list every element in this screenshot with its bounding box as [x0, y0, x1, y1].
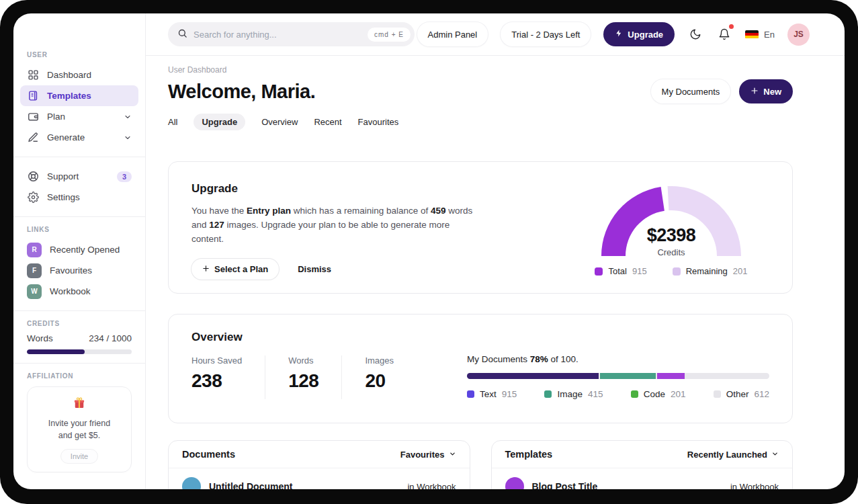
templates-card: Templates Recently Launched Blog Post Ti…	[491, 440, 793, 489]
trial-status-badge[interactable]: Trial - 2 Days Left	[501, 22, 591, 46]
legend-value: 915	[632, 266, 647, 276]
tab-all[interactable]: All	[168, 114, 177, 130]
sidebar-link-label: Recently Opened	[50, 245, 120, 255]
affiliation-card: Invite your friend and get $5. Invite	[27, 386, 132, 472]
sidebar-link-workbook[interactable]: W Workbook	[20, 281, 138, 302]
admin-panel-button[interactable]: Admin Panel	[417, 22, 488, 46]
invite-button[interactable]: Invite	[60, 449, 98, 464]
sidebar-item-label: Templates	[47, 91, 91, 101]
legend-item-image: Image 415	[544, 389, 603, 399]
credits-words-label: Words	[27, 333, 53, 343]
legend-swatch	[673, 267, 681, 276]
sidebar-item-templates[interactable]: Templates	[20, 85, 138, 106]
tab-upgrade[interactable]: Upgrade	[194, 114, 245, 130]
chevron-down-icon	[124, 134, 132, 142]
template-location: in Workbook	[730, 482, 779, 490]
chevron-down-icon	[449, 450, 456, 460]
divider	[13, 363, 145, 364]
filter-tabs: All Upgrade Overview Recent Favourites	[168, 113, 793, 130]
sidebar-link-recently-opened[interactable]: R Recently Opened	[20, 239, 138, 260]
documents-filter-dropdown[interactable]: Favourites	[400, 450, 456, 460]
pencil-icon	[27, 132, 39, 144]
notification-dot	[729, 24, 734, 29]
page-content: User Dashboard Welcome, Maria. My Docume…	[146, 56, 845, 489]
documents-card-title: Documents	[182, 449, 235, 460]
dashboard-grid-icon	[27, 69, 39, 81]
letter-avatar: F	[27, 263, 42, 278]
search-icon	[177, 28, 187, 41]
dark-mode-moon-icon[interactable]	[687, 26, 703, 42]
legend-swatch	[631, 390, 638, 398]
dismiss-button[interactable]: Dismiss	[298, 264, 331, 274]
sidebar-item-label: Dashboard	[47, 70, 91, 80]
sidebar: USER Dashboard Templates Plan	[13, 13, 146, 489]
sidebar-item-plan[interactable]: Plan	[20, 106, 138, 127]
page-title: Welcome, Maria.	[168, 81, 315, 103]
upgrade-card: Upgrade You have the Entry plan which ha…	[168, 161, 793, 294]
document-location: in Workbook	[407, 482, 456, 490]
usage-segment-text	[467, 373, 599, 379]
gauge-value: $2398	[597, 225, 745, 246]
document-name: Untitled Document	[209, 481, 292, 489]
gear-icon	[27, 192, 39, 204]
credits-progress-track	[27, 349, 132, 354]
gauge-legend: Total 915 Remaining 201	[595, 266, 747, 276]
tab-overview[interactable]: Overview	[261, 114, 298, 130]
search-placeholder: Search for anything...	[194, 30, 277, 40]
support-count-badge: 3	[117, 171, 132, 182]
templates-filter-dropdown[interactable]: Recently Launched	[687, 450, 779, 460]
upgrade-button[interactable]: Upgrade	[603, 22, 675, 46]
search-input[interactable]: Search for anything... cmd + E	[168, 22, 415, 46]
templates-card-title: Templates	[505, 449, 553, 460]
tab-favourites[interactable]: Favourites	[358, 114, 399, 130]
sidebar-item-label: Plan	[47, 112, 65, 122]
chevron-down-icon	[771, 450, 779, 460]
new-button[interactable]: New	[739, 79, 793, 103]
user-avatar[interactable]: JS	[787, 24, 810, 46]
tab-recent[interactable]: Recent	[314, 114, 341, 130]
legend-value: 612	[754, 389, 769, 399]
sidebar-link-label: Favourites	[50, 265, 92, 276]
legend-name: Total	[608, 266, 626, 276]
sidebar-item-settings[interactable]: Settings	[20, 187, 138, 208]
sidebar-link-favourites[interactable]: F Favourites	[20, 260, 138, 281]
stat-value: 20	[365, 370, 394, 392]
documents-filter-label: Favourites	[400, 450, 445, 460]
divider	[13, 216, 145, 217]
sidebar-section-links: LINKS	[27, 226, 138, 233]
new-button-label: New	[763, 87, 781, 97]
legend-item-other: Other 612	[714, 389, 769, 399]
legend-item-total: Total 915	[595, 266, 646, 276]
select-plan-button[interactable]: Select a Plan	[191, 259, 279, 280]
legend-item-code: Code 201	[631, 389, 686, 399]
notifications-bell-icon[interactable]	[716, 26, 732, 42]
language-label[interactable]: En	[764, 30, 775, 40]
sidebar-item-dashboard[interactable]: Dashboard	[20, 65, 138, 85]
my-documents-button[interactable]: My Documents	[651, 79, 731, 103]
sidebar-item-label: Generate	[47, 132, 85, 142]
sidebar-item-support[interactable]: Support 3	[20, 166, 138, 187]
sidebar-item-label: Support	[47, 171, 79, 181]
credits-progress-fill	[27, 349, 85, 354]
legend-value: 201	[671, 389, 686, 399]
documents-usage-chart: My Documents 78% of 100. Text 915	[467, 354, 769, 399]
gauge-label: Credits	[597, 247, 745, 257]
upgrade-card-body: You have the Entry plan which has a rema…	[191, 204, 480, 247]
german-flag-icon[interactable]	[745, 30, 759, 39]
plus-icon	[202, 264, 210, 274]
credits-words-value: 234 / 1000	[89, 333, 132, 343]
search-shortcut-badge: cmd + E	[368, 28, 411, 42]
legend-swatch	[595, 267, 603, 276]
sidebar-item-generate[interactable]: Generate	[20, 127, 138, 148]
breadcrumb: User Dashboard	[168, 65, 793, 75]
template-name: Blog Post Title	[532, 481, 598, 489]
document-avatar	[182, 477, 201, 489]
document-row[interactable]: Untitled Document in Workbook	[169, 468, 470, 489]
divider	[13, 310, 145, 311]
lightning-icon	[615, 29, 623, 40]
legend-item-text: Text 915	[467, 389, 517, 399]
stat-label: Images	[365, 355, 394, 366]
overview-stats: Hours Saved 238 Words 128 Images 20	[191, 355, 439, 399]
template-row[interactable]: Blog Post Title in Workbook	[492, 468, 793, 489]
legend-value: 415	[588, 389, 603, 399]
